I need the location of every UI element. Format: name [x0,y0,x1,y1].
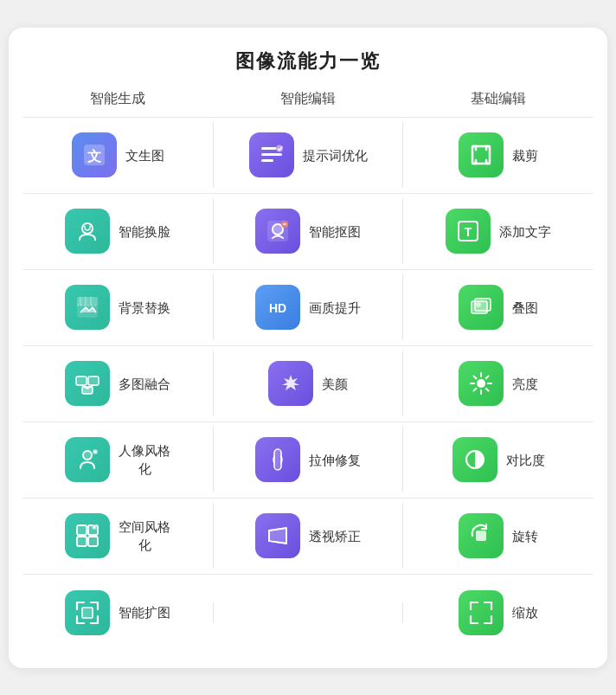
cell-4-1: 多图融合 [22,351,213,416]
cell-5-2: 拉伸修复 [213,427,403,492]
expand-label: 智能扩图 [119,603,170,621]
svg-rect-56 [476,531,486,541]
svg-point-7 [82,223,93,234]
svg-rect-41 [274,449,281,470]
table-row: 智能扩图 缩放 [22,575,594,651]
perspective-icon [255,513,300,558]
table-header: 智能生成 智能编辑 基础编辑 [22,90,594,118]
rotate-label: 旋转 [512,527,538,545]
add-text-label: 添加文字 [499,222,551,241]
stretch-repair-icon [255,437,300,482]
hd-label: 画质提升 [309,299,361,317]
cell-5-1: 人像风格化 [22,427,213,492]
svg-rect-26 [88,376,99,385]
col-header-2: 智能编辑 [213,90,403,108]
cell-2-2: 智能抠图 [213,198,403,264]
contrast-icon [452,437,497,482]
contrast-label: 对比度 [506,451,545,469]
perspective-label: 透视矫正 [309,527,361,545]
svg-point-28 [477,379,485,388]
svg-rect-2 [261,147,277,150]
cell-7-3: 缩放 [403,580,594,646]
page-title: 图像流能力一览 [22,48,594,74]
svg-line-35 [486,376,489,379]
cutout-label: 智能抠图 [309,222,361,241]
svg-point-11 [273,224,283,235]
crop-label: 裁剪 [512,146,538,164]
cell-7-1: 智能扩图 [22,580,213,646]
svg-rect-57 [82,608,93,618]
bg-replace-icon [65,285,110,330]
svg-point-37 [83,451,92,460]
space-style-label: 空间风格化 [119,518,170,554]
rotate-icon [459,513,504,558]
cell-4-3: 亮度 [403,351,594,416]
brightness-icon [459,361,504,406]
wentu-icon: 文 [72,132,117,177]
svg-line-34 [486,389,489,391]
cell-1-3: 裁剪 [403,122,594,188]
cell-6-3: 旋转 [403,503,594,569]
face-swap-label: 智能换脸 [119,222,170,241]
cell-6-1: 空间风格化 [22,503,213,569]
cell-2-3: T 添加文字 [403,198,594,264]
cell-3-1: 背景替换 [22,274,213,340]
cell-3-2: HD 画质提升 [213,274,403,340]
bg-replace-label: 背景替换 [119,299,170,317]
beauty-label: 美颜 [322,375,348,393]
svg-rect-45 [77,525,87,535]
add-text-icon: T [446,209,491,254]
svg-text:HD: HD [269,301,286,315]
table-row: 多图融合 美颜 [22,346,594,422]
main-card: 图像流能力一览 智能生成 智能编辑 基础编辑 文 文生图 提示词优化 [9,28,607,668]
portrait-style-icon [65,437,110,482]
cell-1-2: 提示词优化 [213,122,403,188]
svg-text:文: 文 [87,148,101,164]
table-row: 背景替换 HD 画质提升 叠图 [22,270,594,346]
col-header-3: 基础编辑 [403,90,594,108]
cell-5-3: 对比度 [403,427,594,492]
expand-icon [65,590,110,635]
svg-rect-3 [261,153,282,156]
svg-rect-47 [77,537,87,546]
col-header-1: 智能生成 [22,90,213,108]
zoom-label: 缩放 [512,603,538,621]
multi-merge-label: 多图融合 [119,375,170,393]
stretch-repair-label: 拉伸修复 [309,451,361,469]
table-row: 文 文生图 提示词优化 [22,118,594,194]
space-style-icon [65,513,110,558]
svg-rect-4 [261,159,273,162]
prompt-label: 提示词优化 [303,146,368,164]
cell-7-2 [213,602,403,623]
overlay-label: 叠图 [512,299,538,317]
cell-6-2: 透视矫正 [213,503,403,569]
overlay-icon [459,285,504,330]
svg-point-9 [89,226,91,228]
svg-point-8 [84,226,86,228]
crop-icon [459,132,504,177]
cutout-icon [255,209,300,254]
cell-1-1: 文 文生图 [22,122,213,188]
svg-text:T: T [465,225,472,239]
multi-merge-icon [65,361,110,406]
beauty-icon [268,361,313,406]
svg-rect-25 [76,376,87,385]
portrait-style-label: 人像风格化 [119,441,170,478]
cell-4-2: 美颜 [213,351,403,416]
table-row: 智能换脸 智能抠图 T 添加文字 [22,194,594,270]
table-row: 空间风格化 透视矫正 旋转 [22,499,594,575]
svg-line-33 [474,376,477,379]
cell-2-1: 智能换脸 [22,198,213,264]
face-swap-icon [65,209,110,254]
svg-line-36 [474,389,477,391]
cell-3-3: 叠图 [403,274,594,340]
wentu-label: 文生图 [125,146,164,164]
svg-point-24 [476,302,481,307]
prompt-icon [249,132,294,177]
svg-rect-48 [88,537,98,546]
brightness-label: 亮度 [512,375,538,393]
zoom-icon [459,590,504,635]
hd-icon: HD [255,285,300,330]
table-row: 人像风格化 拉伸修复 对比度 [22,422,594,499]
